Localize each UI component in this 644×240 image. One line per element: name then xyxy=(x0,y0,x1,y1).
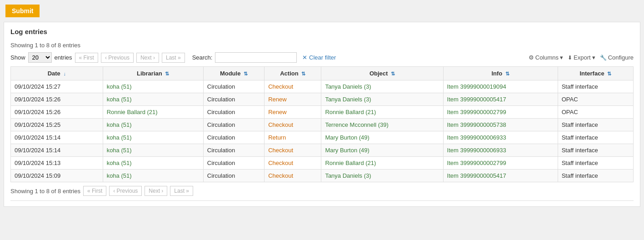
cell-info[interactable]: Item 39999000019094 xyxy=(443,80,558,93)
cell-object[interactable]: Tanya Daniels (3) xyxy=(321,80,443,93)
cell-interface: Staff interface xyxy=(558,157,633,170)
cell-date: 09/10/2024 15:14 xyxy=(11,131,103,144)
previous-page-button-bottom[interactable]: ‹ Previous xyxy=(109,186,142,196)
cell-interface: OPAC xyxy=(558,106,633,119)
cell-date: 09/10/2024 15:26 xyxy=(11,106,103,119)
download-icon xyxy=(568,54,572,61)
bottom-divider xyxy=(10,200,634,201)
cell-librarian[interactable]: koha (51) xyxy=(103,170,203,182)
table-row: 09/10/2024 15:14koha (51)CirculationChec… xyxy=(11,144,634,157)
cell-info[interactable]: Item 39999000005417 xyxy=(443,170,558,182)
search-label: Search: xyxy=(192,54,213,61)
table-row: 09/10/2024 15:14koha (51)CirculationRetu… xyxy=(11,131,634,144)
page-title: Log entries xyxy=(10,28,634,35)
cell-interface: Staff interface xyxy=(558,144,633,157)
cell-module: Circulation xyxy=(203,157,264,170)
showing-bottom-label: Showing 1 to 8 of 8 entries xyxy=(10,188,80,195)
first-page-button-bottom[interactable]: « First xyxy=(83,186,106,196)
cell-module: Circulation xyxy=(203,144,264,157)
cell-action[interactable]: Return xyxy=(265,131,321,144)
table-row: 09/10/2024 15:13koha (51)CirculationChec… xyxy=(11,157,634,170)
cell-object[interactable]: Mary Burton (49) xyxy=(321,144,443,157)
wrench-icon xyxy=(600,54,607,61)
col-info[interactable]: Info ⇅ xyxy=(443,67,558,80)
cell-module: Circulation xyxy=(203,170,264,182)
cell-action[interactable]: Checkout xyxy=(265,144,321,157)
columns-button[interactable]: Columns ▾ xyxy=(529,54,563,61)
table-row: 09/10/2024 15:09koha (51)CirculationChec… xyxy=(11,170,634,182)
cell-date: 09/10/2024 15:26 xyxy=(11,93,103,106)
table-row: 09/10/2024 15:26Ronnie Ballard (21)Circu… xyxy=(11,106,634,119)
cell-info[interactable]: Item 39999000002799 xyxy=(443,106,558,119)
last-page-button-bottom[interactable]: Last » xyxy=(170,186,193,196)
cell-object[interactable]: Tanya Daniels (3) xyxy=(321,93,443,106)
cell-action[interactable]: Checkout xyxy=(265,80,321,93)
cell-info[interactable]: Item 39999000005417 xyxy=(443,93,558,106)
submit-button[interactable]: Submit xyxy=(5,5,40,17)
showing-top-label: Showing 1 to 8 of 8 entries xyxy=(10,42,634,49)
cell-librarian[interactable]: koha (51) xyxy=(103,80,203,93)
cell-date: 09/10/2024 15:09 xyxy=(11,170,103,182)
top-controls: Show 10 20 50 100 entries « First ‹ Prev… xyxy=(10,52,634,63)
cell-object[interactable]: Ronnie Ballard (21) xyxy=(321,106,443,119)
cell-date: 09/10/2024 15:27 xyxy=(11,80,103,93)
last-page-button-top[interactable]: Last » xyxy=(162,53,185,63)
cell-date: 09/10/2024 15:25 xyxy=(11,119,103,131)
cell-interface: OPAC xyxy=(558,93,633,106)
cell-object[interactable]: Ronnie Ballard (21) xyxy=(321,157,443,170)
table-header: Date ↓ Librarian ⇅ Module ⇅ Action ⇅ Obj… xyxy=(11,67,634,80)
col-object[interactable]: Object ⇅ xyxy=(321,67,443,80)
cell-object[interactable]: Mary Burton (49) xyxy=(321,131,443,144)
bottom-controls: Showing 1 to 8 of 8 entries « First ‹ Pr… xyxy=(10,186,634,196)
search-input[interactable] xyxy=(215,52,297,63)
cell-interface: Staff interface xyxy=(558,170,633,182)
cell-action[interactable]: Renew xyxy=(265,93,321,106)
col-librarian[interactable]: Librarian ⇅ xyxy=(103,67,203,80)
clear-filter-button[interactable]: ✕ Clear filter xyxy=(302,54,336,61)
cell-librarian[interactable]: Ronnie Ballard (21) xyxy=(103,106,203,119)
export-button[interactable]: Export ▾ xyxy=(568,54,595,61)
table-row: 09/10/2024 15:25koha (51)CirculationChec… xyxy=(11,119,634,131)
col-module[interactable]: Module ⇅ xyxy=(203,67,264,80)
cell-librarian[interactable]: koha (51) xyxy=(103,119,203,131)
right-controls: Columns ▾ Export ▾ Configure xyxy=(529,54,634,61)
cell-module: Circulation xyxy=(203,119,264,131)
cell-object[interactable]: Terrence Mcconnell (39) xyxy=(321,119,443,131)
entries-label: entries xyxy=(55,54,72,61)
cell-info[interactable]: Item 39999000002799 xyxy=(443,157,558,170)
log-table: Date ↓ Librarian ⇅ Module ⇅ Action ⇅ Obj… xyxy=(10,66,634,182)
cell-module: Circulation xyxy=(203,80,264,93)
next-page-button-bottom[interactable]: Next › xyxy=(145,186,167,196)
show-label: Show xyxy=(10,54,25,61)
cell-info[interactable]: Item 39999000006933 xyxy=(443,144,558,157)
table-row: 09/10/2024 15:26koha (51)CirculationRene… xyxy=(11,93,634,106)
table-row: 09/10/2024 15:27koha (51)CirculationChec… xyxy=(11,80,634,93)
previous-page-button-top[interactable]: ‹ Previous xyxy=(101,53,134,63)
cell-interface: Staff interface xyxy=(558,119,633,131)
cell-interface: Staff interface xyxy=(558,80,633,93)
col-interface[interactable]: Interface ⇅ xyxy=(558,67,633,80)
next-page-button-top[interactable]: Next › xyxy=(136,53,159,63)
cell-module: Circulation xyxy=(203,93,264,106)
configure-button[interactable]: Configure xyxy=(600,54,634,61)
cell-librarian[interactable]: koha (51) xyxy=(103,157,203,170)
cell-info[interactable]: Item 39999000005738 xyxy=(443,119,558,131)
cell-action[interactable]: Checkout xyxy=(265,119,321,131)
entries-select[interactable]: 10 20 50 100 xyxy=(28,52,52,63)
cell-info[interactable]: Item 39999000006933 xyxy=(443,131,558,144)
log-section: Log entries Showing 1 to 8 of 8 entries … xyxy=(4,22,640,207)
cell-module: Circulation xyxy=(203,131,264,144)
col-action[interactable]: Action ⇅ xyxy=(265,67,321,80)
cell-action[interactable]: Renew xyxy=(265,106,321,119)
cell-interface: Staff interface xyxy=(558,131,633,144)
cell-object[interactable]: Tanya Daniels (3) xyxy=(321,170,443,182)
gear-icon xyxy=(529,54,534,61)
cell-librarian[interactable]: koha (51) xyxy=(103,93,203,106)
cell-librarian[interactable]: koha (51) xyxy=(103,131,203,144)
first-page-button-top[interactable]: « First xyxy=(75,53,98,63)
col-date[interactable]: Date ↓ xyxy=(11,67,103,80)
cell-action[interactable]: Checkout xyxy=(265,157,321,170)
cell-date: 09/10/2024 15:14 xyxy=(11,144,103,157)
cell-librarian[interactable]: koha (51) xyxy=(103,144,203,157)
cell-action[interactable]: Checkout xyxy=(265,170,321,182)
